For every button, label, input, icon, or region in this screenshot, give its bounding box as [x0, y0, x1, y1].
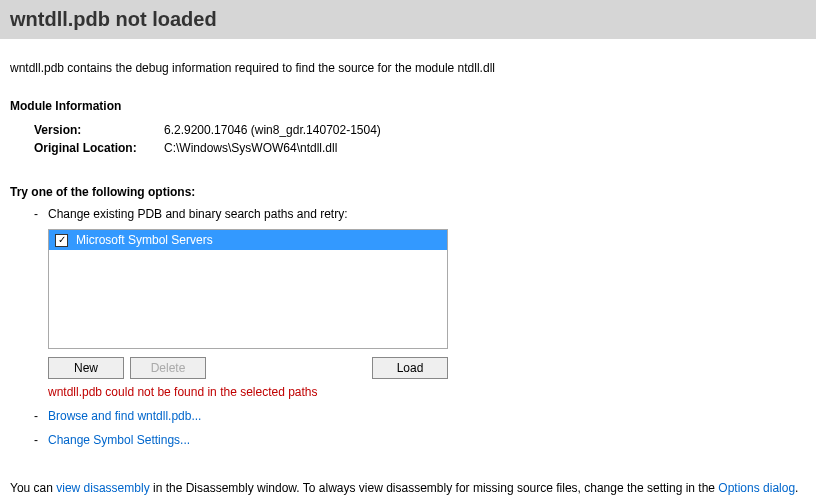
footer-middle: in the Disassembly window. To always vie… — [150, 481, 719, 495]
page-title: wntdll.pdb not loaded — [10, 8, 806, 31]
button-row: New Delete Load — [48, 357, 448, 379]
symbol-paths-listbox[interactable]: ✓ Microsoft Symbol Servers — [48, 229, 448, 349]
bullet-icon: - — [34, 433, 48, 447]
bullet-icon: - — [34, 207, 48, 221]
change-symbol-settings-link[interactable]: Change Symbol Settings... — [48, 433, 190, 447]
change-paths-text: Change existing PDB and binary search pa… — [48, 207, 806, 221]
options-block: - Change existing PDB and binary search … — [10, 207, 806, 447]
bullet-icon: - — [34, 409, 48, 423]
delete-button: Delete — [130, 357, 206, 379]
option-change-settings: - Change Symbol Settings... — [34, 433, 806, 447]
module-location-label: Original Location: — [34, 139, 164, 157]
checkbox-icon[interactable]: ✓ — [55, 234, 68, 247]
options-heading: Try one of the following options: — [10, 185, 806, 199]
options-dialog-link[interactable]: Options dialog — [718, 481, 795, 495]
module-info-heading: Module Information — [10, 99, 806, 113]
footer-suffix: . — [795, 481, 798, 495]
footer-prefix: You can — [10, 481, 56, 495]
error-message: wntdll.pdb could not be found in the sel… — [48, 385, 806, 399]
description-text: wntdll.pdb contains the debug informatio… — [10, 61, 806, 75]
symbol-server-label: Microsoft Symbol Servers — [76, 233, 213, 247]
option-browse: - Browse and find wntdll.pdb... — [34, 409, 806, 423]
page-header: wntdll.pdb not loaded — [0, 0, 816, 39]
module-version-label: Version: — [34, 121, 164, 139]
module-version-row: Version: 6.2.9200.17046 (win8_gdr.140702… — [34, 121, 806, 139]
browse-pdb-link[interactable]: Browse and find wntdll.pdb... — [48, 409, 201, 423]
module-version-value: 6.2.9200.17046 (win8_gdr.140702-1504) — [164, 121, 381, 139]
option-change-paths: - Change existing PDB and binary search … — [34, 207, 806, 399]
load-button[interactable]: Load — [372, 357, 448, 379]
module-location-value: C:\Windows\SysWOW64\ntdll.dll — [164, 139, 337, 157]
module-location-row: Original Location: C:\Windows\SysWOW64\n… — [34, 139, 806, 157]
new-button[interactable]: New — [48, 357, 124, 379]
footer-text: You can view disassembly in the Disassem… — [0, 471, 816, 503]
module-info-block: Version: 6.2.9200.17046 (win8_gdr.140702… — [34, 121, 806, 157]
content-area: wntdll.pdb contains the debug informatio… — [0, 39, 816, 457]
view-disassembly-link[interactable]: view disassembly — [56, 481, 149, 495]
symbol-server-row[interactable]: ✓ Microsoft Symbol Servers — [49, 230, 447, 250]
